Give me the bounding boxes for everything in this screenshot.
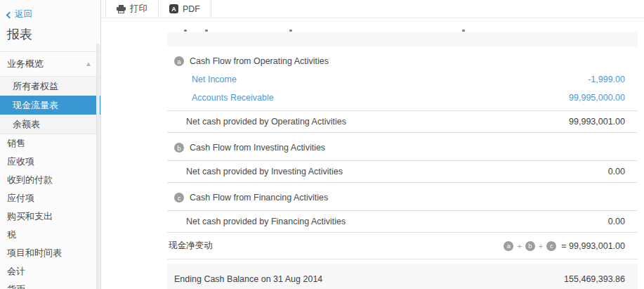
cash-flow-report: a Cash Flow from Operating Activities Ne…: [167, 28, 638, 289]
back-link[interactable]: 返回: [0, 0, 100, 20]
pdf-button[interactable]: A PDF: [159, 0, 211, 18]
badge-b-icon: b: [174, 143, 184, 153]
total-label: Net cash provided by Investing Activitie…: [186, 167, 343, 176]
total-value: 0.00: [608, 167, 625, 176]
total-row-operating: Net cash provided by Operating Activitie…: [167, 110, 638, 133]
net-change-formula: a + b + c = 99,993,001.00: [504, 241, 625, 251]
report-header-band: [167, 32, 638, 46]
back-label: 返回: [15, 8, 32, 20]
total-value: 99,993,001.00: [569, 117, 625, 127]
ending-cash-balance-row: Ending Cash Balance on 31 Aug 2014 155,4…: [167, 264, 638, 289]
clipped-report-title: [167, 28, 638, 32]
sidebar-group-business-overview[interactable]: 业务概览 ▲: [0, 51, 100, 76]
print-button[interactable]: 打印: [105, 0, 159, 18]
sidebar-submenu: 所有者权益 现金流量表 余额表: [0, 76, 100, 134]
report-row-net-income: Net Income -1,999.00: [167, 73, 638, 86]
pdf-file-icon: A: [169, 4, 178, 13]
plus-sign: +: [517, 242, 521, 250]
net-change-row: 现金净变动 a + b + c = 99,993,001.00: [167, 233, 638, 259]
section-title: Cash Flow from Financing Activities: [190, 193, 328, 203]
account-value[interactable]: -1,999.00: [588, 75, 625, 84]
sidebar-item-receivables[interactable]: 应收项: [0, 153, 100, 171]
chevron-left-icon: [6, 11, 13, 18]
section-header-financing: c Cash Flow from Financing Activities: [174, 191, 638, 204]
app-window: 返回 报表 业务概览 ▲ 所有者权益 现金流量表 余额表 销售 应收项 收到的付…: [0, 0, 644, 289]
total-row-investing: Net cash provided by Investing Activitie…: [167, 160, 638, 183]
sidebar-scrollbar[interactable]: [96, 44, 100, 289]
badge-c-icon: c: [174, 193, 184, 203]
section-header-operating: a Cash Flow from Operating Activities: [174, 55, 638, 68]
page-title: 报表: [0, 20, 100, 51]
sidebar-nav: 销售 应收项 收到的付款 应付项 购买和支出 税 项目和时间表 会计 货币: [0, 134, 100, 289]
sidebar-item-cash-flow-statement[interactable]: 现金流量表: [0, 96, 100, 115]
sidebar-item-purchases-expenses[interactable]: 购买和支出: [0, 207, 100, 226]
sidebar-item-tax[interactable]: 税: [0, 226, 100, 244]
caret-up-icon[interactable]: ▲: [85, 60, 92, 68]
badge-b-icon: b: [525, 241, 535, 251]
account-link[interactable]: Accounts Receivable: [192, 93, 274, 103]
main-content: 打印 A PDF a Cash Flow from Operating Acti…: [101, 0, 644, 289]
ending-balance-value: 155,469,393.86: [564, 274, 625, 284]
account-value[interactable]: 99,995,000.00: [569, 93, 625, 103]
reports-sidebar: 返回 报表 业务概览 ▲ 所有者权益 现金流量表 余额表 销售 应收项 收到的付…: [0, 0, 101, 289]
total-value: 0.00: [608, 217, 625, 226]
sidebar-item-projects-timesheets[interactable]: 项目和时间表: [0, 244, 100, 262]
sidebar-item-sales[interactable]: 销售: [0, 134, 100, 153]
print-label: 打印: [130, 3, 147, 15]
badge-c-icon: c: [546, 241, 556, 251]
submenu-label: 所有者权益: [13, 80, 58, 93]
sidebar-item-currency[interactable]: 货币: [0, 281, 100, 289]
ending-balance-label: Ending Cash Balance on 31 Aug 2014: [174, 274, 322, 284]
sidebar-item-accounting[interactable]: 会计: [0, 262, 100, 281]
submenu-label: 余额表: [13, 118, 40, 131]
section-header-investing: b Cash Flow from Investing Activities: [174, 141, 638, 154]
submenu-label: 现金流量表: [13, 99, 58, 112]
section-title: Cash Flow from Operating Activities: [190, 56, 329, 66]
sidebar-item-owners-equity[interactable]: 所有者权益: [0, 77, 100, 96]
total-label: Net cash provided by Financing Activitie…: [186, 217, 346, 226]
sidebar-item-payables[interactable]: 应付项: [0, 189, 100, 207]
printer-icon: [117, 5, 126, 13]
report-row-accounts-receivable: Accounts Receivable 99,995,000.00: [167, 91, 638, 104]
total-row-financing: Net cash provided by Financing Activitie…: [167, 210, 638, 233]
account-link[interactable]: Net Income: [192, 75, 237, 84]
pdf-label: PDF: [183, 4, 200, 14]
badge-a-icon: a: [504, 241, 513, 251]
group-label: 业务概览: [7, 58, 44, 70]
section-title: Cash Flow from Investing Activities: [190, 143, 325, 153]
net-change-label: 现金净变动: [169, 240, 213, 252]
sidebar-item-balance-sheet[interactable]: 余额表: [0, 115, 100, 134]
sidebar-item-payments-received[interactable]: 收到的付款: [0, 171, 100, 189]
net-change-value: = 99,993,001.00: [561, 241, 625, 251]
badge-a-icon: a: [174, 56, 184, 66]
report-toolbar: 打印 A PDF: [101, 0, 644, 18]
total-label: Net cash provided by Operating Activitie…: [186, 117, 346, 127]
plus-sign: +: [539, 242, 543, 250]
